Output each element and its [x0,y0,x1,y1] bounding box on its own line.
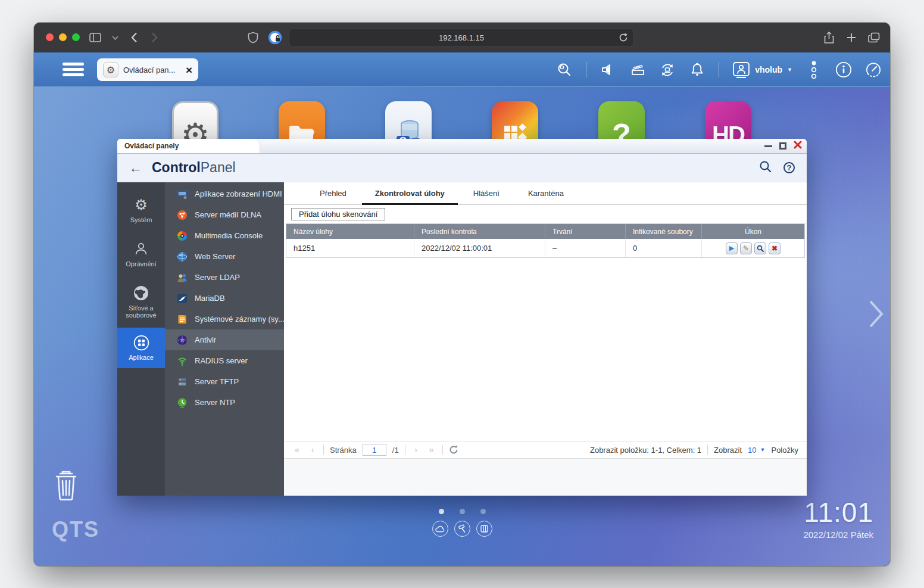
column-header-duration[interactable]: Trvání [545,224,626,239]
sidebar-toggle-icon[interactable] [88,30,102,45]
app-item-tftp[interactable]: Server TFTP [165,371,284,392]
broadcast-speaker-icon[interactable] [600,61,616,78]
new-tab-icon[interactable] [844,30,859,45]
antivirus-main-panel: Přehled Zkontrolovat úlohy Hlášení Karan… [284,182,807,496]
cell-actions: ▶ ✎ ✖ [702,239,804,257]
user-menu[interactable]: vholub ▼ [732,61,792,79]
search-icon[interactable] [556,61,573,78]
magnifier-icon [757,245,764,252]
tab-quarantine[interactable]: Karanténa [515,189,577,205]
items-label: Položky [771,446,798,455]
app-item-web-server[interactable]: Web Server [165,246,284,267]
app-item-antivirus[interactable]: Antivir [165,329,284,350]
reload-icon[interactable] [619,33,628,44]
zoom-window-button[interactable] [72,33,80,41]
forward-button[interactable] [147,30,161,45]
qts-topbar: ⚙ Ovládací pan... × [34,52,890,87]
ldap-icon [177,272,188,283]
show-label: Zobrazit [714,446,742,455]
tab-reports[interactable]: Hlášení [460,189,513,205]
app-item-hdmi-display[interactable]: Aplikace zobrazení HDMI [165,183,284,204]
edit-task-button[interactable]: ✎ [740,242,752,254]
url-bar[interactable]: 192.168.1.15 [289,28,634,47]
column-header-infected-files[interactable]: Infikované soubory [626,224,702,239]
page-total: /1 [392,446,399,455]
sidebar-item-applications[interactable]: Aplikace [117,328,165,368]
close-icon[interactable] [794,141,802,151]
dashboard-gauge-icon[interactable] [865,61,882,78]
window-title: Ovládací panely [117,139,260,153]
privacy-shield-icon[interactable] [246,30,260,45]
dashboard-columns-icon[interactable] [476,521,492,537]
pagination-bar: « ‹ Stránka /1 › » Z [284,441,807,459]
previous-page-icon[interactable]: ‹ [308,445,317,455]
minimize-icon[interactable] [764,145,772,147]
last-page-icon[interactable]: » [427,445,436,455]
tabs-row: Přehled Zkontrolovat úlohy Hlášení Karan… [284,182,807,205]
refresh-icon[interactable] [449,445,458,455]
tab-overview[interactable]: Přehled [307,189,360,205]
user-dropdown-arrow: ▼ [787,67,792,73]
browser-window: 192.168.1.15 ⚙ Ovládací pan... × [34,23,890,566]
utilities-hammer-icon[interactable] [454,521,470,537]
more-options-icon[interactable] [806,61,822,78]
share-icon[interactable] [822,30,836,45]
page-number-input[interactable] [363,444,386,456]
app-item-dlna[interactable]: Server médií DLNA [165,204,284,225]
page-dot-3[interactable] [480,509,486,514]
app-tab-label: Ovládací pan... [123,66,181,74]
hdmi-display-icon [177,189,188,200]
window-titlebar[interactable]: Ovládací panely [117,139,807,154]
recycle-bin-icon[interactable] [51,468,82,504]
page-dot-1[interactable] [439,509,444,514]
run-task-button[interactable]: ▶ [726,242,738,254]
sidebar-item-network-file[interactable]: Síťové a souborové [117,276,165,328]
myqnapcloud-icon[interactable] [432,521,448,537]
first-page-icon[interactable]: « [292,445,302,455]
tab-scan-jobs[interactable]: Zkontrolovat úlohy [362,189,458,205]
media-tasks-icon[interactable] [629,61,646,78]
table-row[interactable]: h1251 2022/12/02 11:00:01 – 0 ▶ ✎ ✖ [286,239,804,258]
notifications-bell-icon[interactable] [689,61,706,78]
info-icon[interactable] [835,61,852,78]
app-item-radius[interactable]: RADIUS server [165,350,284,371]
add-scan-job-button[interactable]: Přidat úlohu skenování [291,208,385,220]
multimedia-console-icon [177,231,188,241]
main-menu-icon[interactable] [63,63,84,77]
next-desktop-chevron-icon[interactable] [869,300,884,331]
column-header-action[interactable]: Úkon [702,224,804,239]
app-item-ntp[interactable]: Server NTP [165,392,284,413]
next-page-icon[interactable]: › [411,445,421,455]
topbar-divider [719,62,719,77]
control-panel-window: Ovládací panely ← ControlPanel [117,139,807,496]
sidebar-item-system[interactable]: ⚙ Systém [117,188,165,232]
delete-task-button[interactable]: ✖ [769,242,781,254]
back-button[interactable] [127,30,141,45]
back-arrow-icon[interactable]: ← [129,161,142,175]
app-item-mariadb[interactable]: MariaDB [165,288,284,309]
clock-time: 11:01 [803,496,873,528]
close-window-button[interactable] [46,33,54,41]
page-size-select[interactable]: 10 ▼ [748,446,765,455]
page-dot-2[interactable] [460,509,465,514]
panel-search-icon[interactable] [759,160,772,175]
app-item-system-logs[interactable]: Systémové záznamy (sy... [165,309,284,329]
user-icon [133,241,149,257]
control-panel-tab-icon: ⚙ [103,62,118,77]
background-sync-icon[interactable] [659,61,676,78]
column-header-task-name[interactable]: Název úlohy [286,224,414,239]
chevron-down-icon[interactable] [108,30,122,45]
sidebar-item-privilege[interactable]: Oprávnění [117,232,165,276]
tab-overview-icon[interactable] [867,30,881,45]
close-tab-icon[interactable]: × [186,64,192,76]
app-item-multimedia-console[interactable]: Multimedia Console [165,225,284,246]
column-header-last-check[interactable]: Poslední kontrola [414,224,545,239]
view-task-button[interactable] [754,242,766,254]
extension-lock-icon[interactable] [268,30,282,45]
minimize-window-button[interactable] [59,33,67,41]
clock-date: 2022/12/02 Pátek [803,530,873,540]
open-app-tab[interactable]: ⚙ Ovládací pan... × [97,58,198,81]
panel-help-icon[interactable]: ? [783,162,795,173]
app-item-ldap[interactable]: Server LDAP [165,267,284,288]
maximize-icon[interactable] [779,142,786,150]
